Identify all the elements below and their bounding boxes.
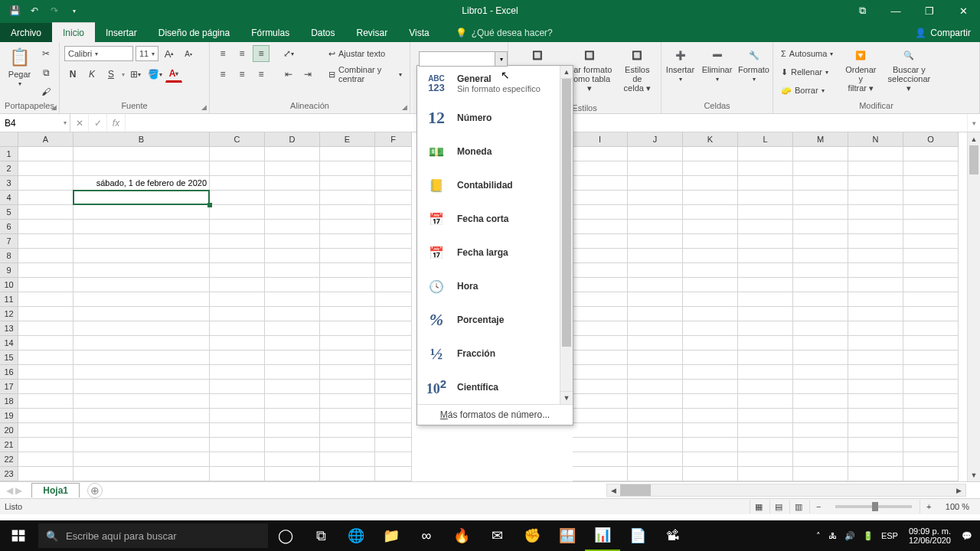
- cell[interactable]: [848, 365, 903, 380]
- cell[interactable]: [265, 409, 320, 423]
- cell[interactable]: [74, 263, 210, 278]
- border-button[interactable]: ⊞▾: [127, 66, 144, 83]
- name-box[interactable]: B4 ▾: [0, 114, 70, 132]
- cell[interactable]: [628, 350, 683, 365]
- cell[interactable]: [683, 336, 738, 350]
- cell[interactable]: [18, 467, 74, 481]
- cell[interactable]: [848, 307, 903, 321]
- cell[interactable]: [320, 365, 375, 380]
- cell[interactable]: [683, 409, 738, 423]
- cell[interactable]: [74, 191, 210, 205]
- cell[interactable]: [74, 307, 210, 321]
- cell[interactable]: [74, 423, 210, 438]
- cell[interactable]: [738, 220, 793, 234]
- tab-datos[interactable]: Datos: [300, 23, 345, 42]
- cell[interactable]: [573, 191, 628, 205]
- cell[interactable]: [320, 161, 375, 176]
- cell[interactable]: [74, 321, 210, 336]
- cell[interactable]: [265, 307, 320, 321]
- row-header[interactable]: 15: [0, 350, 18, 365]
- cell[interactable]: [573, 147, 628, 161]
- page-break-button[interactable]: ▥: [789, 500, 808, 514]
- cell[interactable]: [738, 292, 793, 307]
- cancel-formula-button[interactable]: ✕: [70, 114, 89, 132]
- cell[interactable]: [628, 307, 683, 321]
- qat-dropdown-icon[interactable]: ▾: [69, 5, 80, 16]
- cell[interactable]: [320, 409, 375, 423]
- clear-button[interactable]: 🧽Borrar▾: [778, 82, 836, 99]
- format-item-fecha-larga[interactable]: 📅Fecha larga: [417, 236, 560, 269]
- cell[interactable]: [573, 452, 628, 467]
- format-item-hora[interactable]: 🕓Hora: [417, 269, 560, 303]
- cell[interactable]: [74, 161, 210, 176]
- cell[interactable]: [738, 438, 793, 452]
- cell[interactable]: [375, 220, 412, 234]
- tab-vista[interactable]: Vista: [398, 23, 439, 42]
- underline-button[interactable]: S: [103, 66, 119, 83]
- cell[interactable]: [573, 409, 628, 423]
- cell[interactable]: [903, 234, 959, 249]
- row-headers[interactable]: 1234567891011121314151617181920212223: [0, 147, 18, 481]
- cut-button[interactable]: ✂: [38, 45, 54, 62]
- tab-formulas[interactable]: Fórmulas: [240, 23, 300, 42]
- row-header[interactable]: 8: [0, 249, 18, 263]
- cell[interactable]: [74, 278, 210, 292]
- app-icon[interactable]: 🪟: [550, 520, 585, 551]
- fill-button[interactable]: ⬇Rellenar▾: [778, 64, 836, 80]
- cell[interactable]: [18, 292, 74, 307]
- col-header[interactable]: M: [793, 132, 848, 147]
- cell[interactable]: [793, 263, 848, 278]
- col-header[interactable]: D: [265, 132, 320, 147]
- cell[interactable]: [573, 263, 628, 278]
- cell[interactable]: [793, 205, 848, 220]
- normal-view-button[interactable]: ▦: [750, 500, 768, 514]
- cell[interactable]: [683, 220, 738, 234]
- app-icon[interactable]: ∞: [409, 520, 444, 551]
- cell[interactable]: [573, 394, 628, 409]
- dropdown-scrollbar[interactable]: ▲ ▼: [560, 66, 573, 404]
- cell[interactable]: [903, 423, 959, 438]
- cell[interactable]: [18, 452, 74, 467]
- row-header[interactable]: 2: [0, 161, 18, 176]
- number-format-combo[interactable]: ▾: [419, 51, 508, 67]
- cell[interactable]: [375, 321, 412, 336]
- cell[interactable]: [265, 452, 320, 467]
- cell[interactable]: [683, 350, 738, 365]
- cell[interactable]: [848, 220, 903, 234]
- cell[interactable]: [793, 365, 848, 380]
- italic-button[interactable]: K: [83, 66, 100, 83]
- cell[interactable]: [903, 380, 959, 394]
- cell[interactable]: [683, 278, 738, 292]
- cell[interactable]: [320, 292, 375, 307]
- align-bottom-button[interactable]: ≡: [253, 45, 270, 62]
- cell[interactable]: [375, 147, 412, 161]
- cell[interactable]: [793, 234, 848, 249]
- cell[interactable]: [265, 321, 320, 336]
- app-icon[interactable]: ✊: [514, 520, 550, 551]
- cell[interactable]: [903, 336, 959, 350]
- ribbon-display-icon[interactable]: ⧉: [845, 0, 879, 21]
- cell[interactable]: [375, 161, 412, 176]
- cell[interactable]: [628, 205, 683, 220]
- cell[interactable]: [18, 423, 74, 438]
- cell[interactable]: [18, 438, 74, 452]
- cell[interactable]: [903, 191, 959, 205]
- tab-revisar[interactable]: Revisar: [346, 23, 399, 42]
- cell[interactable]: [848, 438, 903, 452]
- cell[interactable]: [265, 365, 320, 380]
- cell[interactable]: [903, 467, 959, 481]
- format-item-porcentaje[interactable]: %Porcentaje: [417, 303, 560, 337]
- cell[interactable]: [375, 191, 412, 205]
- cell[interactable]: [210, 409, 265, 423]
- col-header[interactable]: N: [848, 132, 903, 147]
- cell[interactable]: [848, 176, 903, 191]
- cell[interactable]: [74, 292, 210, 307]
- orientation-button[interactable]: ⤢▾: [280, 45, 297, 62]
- cell[interactable]: [573, 423, 628, 438]
- cell[interactable]: [320, 176, 375, 191]
- cell[interactable]: [74, 380, 210, 394]
- cell[interactable]: [375, 336, 412, 350]
- cell[interactable]: [210, 220, 265, 234]
- cell[interactable]: [320, 220, 375, 234]
- tray-up-icon[interactable]: ˄: [813, 531, 824, 541]
